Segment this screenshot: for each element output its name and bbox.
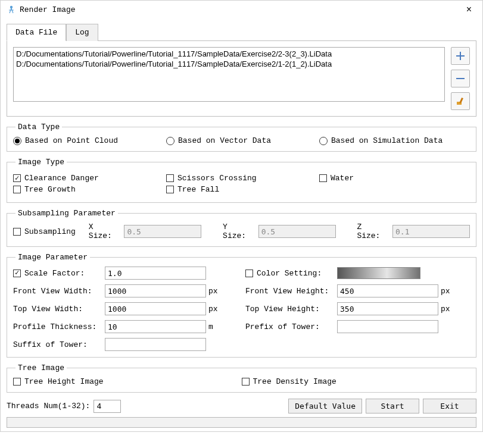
legend-subsampling: Subsampling Parameter xyxy=(15,209,118,218)
input-profile-thickness[interactable] xyxy=(105,320,206,333)
progress-bar xyxy=(7,417,476,428)
check-scissors-crossing[interactable]: Scissors Crossing xyxy=(166,174,293,183)
check-label: Tree Growth xyxy=(24,185,76,194)
input-front-view-width[interactable] xyxy=(105,284,206,297)
app-icon xyxy=(7,5,16,14)
check-tree-fall[interactable]: Tree Fall xyxy=(166,185,293,194)
legend-image-type: Image Type xyxy=(15,158,67,167)
tab-log[interactable]: Log xyxy=(66,24,98,41)
check-label: Tree Density Image xyxy=(253,377,336,386)
file-side-buttons xyxy=(451,47,470,110)
input-top-view-height[interactable] xyxy=(337,302,438,315)
radio-point-cloud[interactable]: Based on Point Cloud xyxy=(13,136,140,145)
remove-file-button[interactable] xyxy=(451,70,470,87)
unit-px: px xyxy=(441,305,455,314)
check-label: Scissors Crossing xyxy=(177,174,257,183)
input-x-size[interactable] xyxy=(124,225,201,238)
tab-data-file[interactable]: Data File xyxy=(7,24,66,41)
check-subsampling[interactable]: Subsampling xyxy=(13,227,76,236)
radio-label: Based on Simulation Data xyxy=(331,136,443,145)
svg-rect-5 xyxy=(459,98,463,103)
window: Render Image × Data File Log D:/Document… xyxy=(0,0,483,432)
legend-data-type: Data Type xyxy=(15,123,62,131)
check-label: Clearance Danger xyxy=(24,174,99,183)
check-label: Subsampling xyxy=(24,227,76,236)
check-color-setting[interactable]: Color Setting: xyxy=(245,269,335,278)
check-tree-growth[interactable]: Tree Growth xyxy=(13,185,140,194)
tabs: Data File Log xyxy=(7,23,476,41)
unit-px: px xyxy=(208,287,223,296)
input-top-view-width[interactable] xyxy=(105,302,206,315)
check-label: Color Setting: xyxy=(257,269,322,278)
group-data-type: Data Type Based on Point Cloud Based on … xyxy=(7,123,476,152)
unit-px: px xyxy=(441,287,455,296)
minus-icon xyxy=(455,73,466,84)
svg-rect-2 xyxy=(456,55,465,57)
label-y-size: Y Size: xyxy=(223,223,255,240)
button-bar: Threads Num(1-32): Default Value Start E… xyxy=(7,399,476,413)
input-z-size[interactable] xyxy=(392,225,470,238)
file-row[interactable]: D:/Documentations/Tutorial/Powerline/Tut… xyxy=(16,49,442,59)
radio-label: Based on Point Cloud xyxy=(25,136,118,145)
label-z-size: Z Size: xyxy=(357,223,389,240)
clear-files-button[interactable] xyxy=(451,92,470,110)
input-front-view-height[interactable] xyxy=(337,284,438,297)
unit-px: px xyxy=(208,305,223,314)
input-y-size[interactable] xyxy=(258,225,336,238)
label-x-size: X Size: xyxy=(89,223,121,240)
group-image-type: Image Type Clearance Danger Scissors Cro… xyxy=(7,158,476,203)
file-row[interactable]: D:/Documentations/Tutorial/Powerline/Tut… xyxy=(16,59,442,69)
legend-tree-image: Tree Image xyxy=(15,364,67,372)
check-water[interactable]: Water xyxy=(319,174,446,183)
input-prefix-tower[interactable] xyxy=(337,320,438,333)
file-list[interactable]: D:/Documentations/Tutorial/Powerline/Tut… xyxy=(13,47,445,102)
svg-point-0 xyxy=(10,6,13,8)
label-top-view-height: Top View Height: xyxy=(245,305,335,314)
group-tree-image: Tree Image Tree Height Image Tree Densit… xyxy=(7,364,476,393)
label-profile-thickness: Profile Thickness: xyxy=(13,322,102,331)
radio-vector-data[interactable]: Based on Vector Data xyxy=(166,136,293,145)
titlebar: Render Image × xyxy=(1,1,482,18)
svg-rect-3 xyxy=(456,78,465,79)
group-image-parameter: Image Parameter Scale Factor: Color Sett… xyxy=(7,253,476,358)
check-label: Tree Fall xyxy=(177,185,219,194)
window-title: Render Image xyxy=(20,5,76,14)
input-suffix-tower[interactable] xyxy=(105,338,206,351)
label-prefix-tower: Prefix of Tower: xyxy=(245,322,335,331)
color-gradient-swatch[interactable] xyxy=(337,267,420,279)
check-clearance-danger[interactable]: Clearance Danger xyxy=(13,174,140,183)
close-button[interactable]: × xyxy=(462,4,476,15)
group-subsampling: Subsampling Parameter Subsampling X Size… xyxy=(7,209,476,247)
check-label: Water xyxy=(331,174,354,183)
input-scale-factor[interactable] xyxy=(105,267,206,280)
label-front-view-width: Front View Width: xyxy=(13,287,102,296)
exit-button[interactable]: Exit xyxy=(423,399,476,413)
check-tree-density-image[interactable]: Tree Density Image xyxy=(242,377,447,386)
titlebar-left: Render Image xyxy=(7,5,76,14)
tab-panel-data-file: D:/Documentations/Tutorial/Powerline/Tut… xyxy=(7,41,476,117)
check-label: Scale Factor: xyxy=(24,269,85,278)
label-top-view-width: Top View Width: xyxy=(13,305,102,314)
check-tree-height-image[interactable]: Tree Height Image xyxy=(13,377,218,386)
label-threads-num: Threads Num(1-32): xyxy=(7,402,90,411)
add-file-button[interactable] xyxy=(451,47,470,65)
content: Data File Log D:/Documentations/Tutorial… xyxy=(1,18,482,431)
check-label: Tree Height Image xyxy=(24,377,104,386)
label-front-view-height: Front View Height: xyxy=(245,287,335,296)
check-scale-factor[interactable]: Scale Factor: xyxy=(13,269,102,278)
plus-icon xyxy=(455,51,466,61)
default-value-button[interactable]: Default Value xyxy=(288,399,362,413)
radio-label: Based on Vector Data xyxy=(178,136,271,145)
input-threads-num[interactable] xyxy=(94,400,121,413)
start-button[interactable]: Start xyxy=(366,399,419,413)
radio-simulation-data[interactable]: Based on Simulation Data xyxy=(319,136,446,145)
brush-icon xyxy=(455,96,466,106)
unit-m: m xyxy=(208,322,223,331)
legend-image-parameter: Image Parameter xyxy=(15,253,90,262)
label-suffix-tower: Suffix of Tower: xyxy=(13,340,102,349)
